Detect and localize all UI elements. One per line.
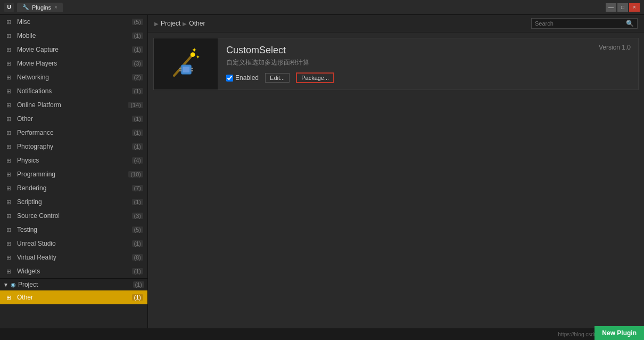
grid-icon: ⊞ xyxy=(6,254,14,261)
sidebar-item-count: (1) xyxy=(132,116,143,122)
ue-logo: U xyxy=(4,3,14,12)
maximize-button[interactable]: □ xyxy=(617,3,628,12)
grid-icon: ⊞ xyxy=(6,240,14,247)
minimize-button[interactable]: — xyxy=(606,3,616,12)
sidebar-item-count: (1) xyxy=(132,240,143,247)
sidebar-item-movie-players[interactable]: ⊞ Movie Players (3) xyxy=(0,56,147,70)
breadcrumb-project[interactable]: Project xyxy=(161,20,180,27)
sidebar-item-virtual-reality[interactable]: ⊞ Virtual Reality (8) xyxy=(0,250,147,264)
sidebar-item-count: (1) xyxy=(132,294,143,301)
sidebar-item-online-platform[interactable]: ⊞ Online Platform (14) xyxy=(0,98,147,112)
tab-icon: 🔧 xyxy=(22,4,29,10)
enabled-checkbox[interactable] xyxy=(226,75,233,82)
sidebar-item-testing[interactable]: ⊞ Testing (5) xyxy=(0,223,147,237)
sidebar-item-count: (10) xyxy=(128,171,143,177)
grid-icon: ⊞ xyxy=(6,199,14,206)
grid-icon: ⊞ xyxy=(6,171,14,178)
sidebar-item-label: Misc xyxy=(17,18,30,26)
search-wrap: 🔍 xyxy=(531,18,638,29)
grid-icon: ⊞ xyxy=(6,226,14,233)
breadcrumb-row: ▶ Project ▶ Other 🔍 xyxy=(148,15,644,33)
sidebar-item-count: (1) xyxy=(132,143,143,150)
project-section-label: Project xyxy=(18,281,133,288)
sidebar-item-label: Widgets xyxy=(17,268,40,275)
edit-button[interactable]: Edit... xyxy=(265,73,290,83)
sidebar-item-count: (3) xyxy=(132,60,143,67)
sidebar-item-other[interactable]: ⊞ Other (1) xyxy=(0,112,147,126)
sidebar-item-label: Rendering xyxy=(17,184,46,192)
plugin-icon: ✦ ✦ xyxy=(167,45,204,83)
enabled-checkbox-label[interactable]: Enabled xyxy=(226,74,259,82)
sidebar-item-count: (14) xyxy=(128,102,143,108)
plugin-card: ✦ ✦ CustomSelect 自定义框选加多边形面积计算 xyxy=(153,38,639,90)
sidebar-item-count: (5) xyxy=(132,226,143,233)
project-icon: ◉ xyxy=(11,281,16,288)
sidebar-item-count: (5) xyxy=(132,19,143,25)
sidebar-item-label: Unreal Studio xyxy=(17,240,56,247)
grid-icon: ⊞ xyxy=(6,88,14,95)
sidebar-item-notifications[interactable]: ⊞ Notifications (1) xyxy=(0,84,147,98)
sidebar-item-label: Scripting xyxy=(17,198,42,206)
plugin-actions: Enabled Edit... Package... xyxy=(226,72,630,83)
plugin-version: Version 1.0 xyxy=(599,44,631,51)
sidebar-item-count: (7) xyxy=(132,185,143,191)
sidebar-item-programming[interactable]: ⊞ Programming (10) xyxy=(0,167,147,181)
sidebar-item-mobile[interactable]: ⊞ Mobile (1) xyxy=(0,29,147,43)
plugin-title: CustomSelect xyxy=(226,45,630,56)
grid-icon: ⊞ xyxy=(6,268,14,275)
sidebar-item-count: (8) xyxy=(132,254,143,261)
tab-close-icon[interactable]: × xyxy=(54,4,57,10)
sidebar-item-networking[interactable]: ⊞ Networking (2) xyxy=(0,70,147,84)
grid-icon: ⊞ xyxy=(6,185,14,192)
plugins-tab[interactable]: 🔧 Plugins × xyxy=(17,3,63,12)
grid-icon: ⊞ xyxy=(6,60,14,67)
sidebar-item-count: (1) xyxy=(132,268,143,274)
sidebar-item-label: Photography xyxy=(17,143,53,150)
sidebar-item-label: Movie Capture xyxy=(17,46,59,53)
svg-rect-9 xyxy=(191,70,193,71)
sidebar-item-scripting[interactable]: ⊞ Scripting (1) xyxy=(0,195,147,209)
sidebar: ⊞ Misc (5) ⊞ Mobile (1) ⊞ Movie Capture … xyxy=(0,15,148,340)
content-area: ▶ Project ▶ Other 🔍 ✦ xyxy=(148,15,644,340)
sidebar-item-count: (1) xyxy=(132,33,143,39)
title-bar: U 🔧 Plugins × — □ × xyxy=(0,0,644,15)
sidebar-item-unreal-studio[interactable]: ⊞ Unreal Studio (1) xyxy=(0,237,147,250)
sidebar-item-photography[interactable]: ⊞ Photography (1) xyxy=(0,140,147,153)
sidebar-item-count: (2) xyxy=(132,74,143,80)
sidebar-item-label: Performance xyxy=(17,129,54,136)
sidebar-item-misc[interactable]: ⊞ Misc (5) xyxy=(0,15,147,29)
sidebar-item-physics[interactable]: ⊞ Physics (4) xyxy=(0,153,147,167)
search-icon[interactable]: 🔍 xyxy=(626,20,634,27)
svg-text:✦: ✦ xyxy=(196,54,200,60)
section-arrow-icon: ▼ xyxy=(3,282,9,288)
sidebar-item-count: (4) xyxy=(132,157,143,164)
search-input[interactable] xyxy=(535,20,626,27)
svg-rect-5 xyxy=(183,67,189,72)
svg-rect-6 xyxy=(179,68,181,69)
sidebar-item-label: Networking xyxy=(17,74,49,81)
sidebar-item-label: Mobile xyxy=(17,32,36,39)
sidebar-item-movie-capture[interactable]: ⊞ Movie Capture (1) xyxy=(0,43,147,56)
grid-icon: ⊞ xyxy=(6,129,14,136)
new-plugin-button[interactable]: New Plugin xyxy=(595,326,644,340)
sidebar-item-widgets[interactable]: ⊞ Widgets (1) xyxy=(0,264,147,278)
sidebar-item-count: (3) xyxy=(132,213,143,219)
sidebar-item-label: Movie Players xyxy=(17,60,57,67)
project-section-header[interactable]: ▼ ◉ Project (1) xyxy=(0,278,147,290)
grid-icon: ⊞ xyxy=(6,157,14,164)
breadcrumb-other[interactable]: Other xyxy=(189,20,205,27)
grid-icon: ⊞ xyxy=(6,46,14,53)
sidebar-item-label: Source Control xyxy=(17,212,60,220)
plugin-thumbnail: ✦ ✦ xyxy=(154,38,218,90)
sidebar-item-label: Programming xyxy=(17,171,55,178)
sidebar-item-rendering[interactable]: ⊞ Rendering (7) xyxy=(0,181,147,195)
sidebar-item-source-control[interactable]: ⊞ Source Control (3) xyxy=(0,209,147,223)
breadcrumb: ▶ Project ▶ Other xyxy=(154,20,531,27)
sidebar-item-count: (1) xyxy=(132,88,143,94)
sidebar-item-label: Other xyxy=(17,294,33,301)
sidebar-item-performance[interactable]: ⊞ Performance (1) xyxy=(0,126,147,140)
sidebar-item-project-other[interactable]: ⊞ Other (1) xyxy=(0,290,147,304)
package-button[interactable]: Package... xyxy=(296,72,334,83)
tab-label: Plugins xyxy=(32,4,51,11)
close-button[interactable]: × xyxy=(629,3,640,12)
